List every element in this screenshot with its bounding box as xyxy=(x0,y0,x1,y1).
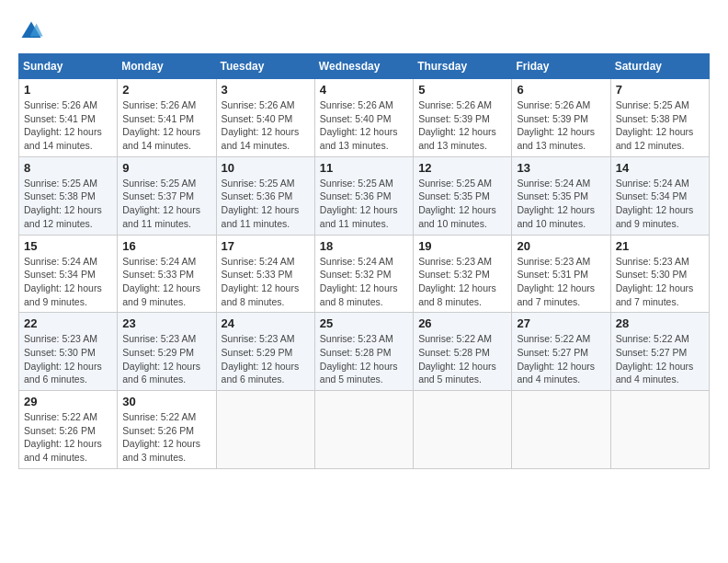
day-info: Sunrise: 5:22 AMSunset: 5:28 PMDaylight:… xyxy=(418,332,506,386)
day-info: Sunrise: 5:22 AMSunset: 5:27 PMDaylight:… xyxy=(517,332,605,386)
day-number: 7 xyxy=(616,83,704,97)
day-info: Sunrise: 5:25 AMSunset: 5:38 PMDaylight:… xyxy=(24,177,112,231)
day-info: Sunrise: 5:24 AMSunset: 5:35 PMDaylight:… xyxy=(517,177,605,231)
day-info: Sunrise: 5:22 AMSunset: 5:27 PMDaylight:… xyxy=(616,332,704,386)
day-info: Sunrise: 5:23 AMSunset: 5:32 PMDaylight:… xyxy=(418,255,506,309)
day-info: Sunrise: 5:23 AMSunset: 5:29 PMDaylight:… xyxy=(122,332,210,386)
day-info: Sunrise: 5:22 AMSunset: 5:26 PMDaylight:… xyxy=(122,410,210,465)
week-row: 15Sunrise: 5:24 AMSunset: 5:34 PMDayligh… xyxy=(19,235,710,313)
calendar-cell: 24Sunrise: 5:23 AMSunset: 5:29 PMDayligh… xyxy=(216,313,314,391)
day-number: 29 xyxy=(24,395,112,408)
day-number: 10 xyxy=(222,161,310,175)
day-number: 6 xyxy=(517,83,605,97)
day-info: Sunrise: 5:26 AMSunset: 5:40 PMDaylight:… xyxy=(222,98,310,153)
calendar-cell: 18Sunrise: 5:24 AMSunset: 5:32 PMDayligh… xyxy=(314,235,413,313)
day-info: Sunrise: 5:26 AMSunset: 5:40 PMDaylight:… xyxy=(320,98,408,153)
calendar-cell: 7Sunrise: 5:25 AMSunset: 5:38 PMDaylight… xyxy=(610,79,709,157)
day-number: 5 xyxy=(418,83,506,97)
day-number: 16 xyxy=(122,239,210,253)
day-info: Sunrise: 5:24 AMSunset: 5:34 PMDaylight:… xyxy=(616,177,704,231)
day-info: Sunrise: 5:23 AMSunset: 5:30 PMDaylight:… xyxy=(616,255,704,309)
calendar-cell: 1Sunrise: 5:26 AMSunset: 5:41 PMDaylight… xyxy=(19,79,118,157)
week-row: 22Sunrise: 5:23 AMSunset: 5:30 PMDayligh… xyxy=(19,313,710,391)
day-info: Sunrise: 5:25 AMSunset: 5:36 PMDaylight:… xyxy=(320,177,408,231)
calendar-cell: 4Sunrise: 5:26 AMSunset: 5:40 PMDaylight… xyxy=(314,79,413,157)
day-number: 8 xyxy=(24,161,112,175)
column-header-tuesday: Tuesday xyxy=(216,54,314,79)
day-info: Sunrise: 5:25 AMSunset: 5:36 PMDaylight:… xyxy=(222,177,310,231)
day-number: 30 xyxy=(122,395,210,408)
calendar-cell: 5Sunrise: 5:26 AMSunset: 5:39 PMDaylight… xyxy=(414,79,512,157)
day-number: 21 xyxy=(616,239,704,253)
calendar-cell: 29Sunrise: 5:22 AMSunset: 5:26 PMDayligh… xyxy=(19,391,118,469)
column-header-monday: Monday xyxy=(118,54,216,79)
calendar-cell: 11Sunrise: 5:25 AMSunset: 5:36 PMDayligh… xyxy=(314,156,413,235)
day-number: 1 xyxy=(24,83,112,97)
day-number: 23 xyxy=(122,316,210,330)
day-number: 24 xyxy=(222,316,310,330)
calendar-cell xyxy=(314,391,413,469)
calendar-cell: 20Sunrise: 5:23 AMSunset: 5:31 PMDayligh… xyxy=(512,235,610,313)
day-number: 13 xyxy=(517,161,605,175)
day-number: 17 xyxy=(222,239,310,253)
day-number: 19 xyxy=(418,239,506,253)
calendar-cell: 14Sunrise: 5:24 AMSunset: 5:34 PMDayligh… xyxy=(610,156,709,235)
day-number: 28 xyxy=(616,316,704,330)
day-info: Sunrise: 5:25 AMSunset: 5:38 PMDaylight:… xyxy=(616,98,704,153)
logo xyxy=(18,18,48,44)
calendar-cell: 28Sunrise: 5:22 AMSunset: 5:27 PMDayligh… xyxy=(610,313,709,391)
day-number: 14 xyxy=(616,161,704,175)
day-number: 22 xyxy=(24,316,112,330)
day-info: Sunrise: 5:24 AMSunset: 5:33 PMDaylight:… xyxy=(122,255,210,309)
day-number: 3 xyxy=(222,83,310,97)
column-header-thursday: Thursday xyxy=(414,54,512,79)
day-info: Sunrise: 5:25 AMSunset: 5:35 PMDaylight:… xyxy=(418,177,506,231)
calendar-cell xyxy=(414,391,512,469)
calendar-cell: 2Sunrise: 5:26 AMSunset: 5:41 PMDaylight… xyxy=(118,79,216,157)
day-number: 26 xyxy=(418,316,506,330)
column-header-saturday: Saturday xyxy=(610,54,709,79)
day-number: 27 xyxy=(517,316,605,330)
logo-icon xyxy=(18,18,44,44)
day-number: 4 xyxy=(320,83,408,97)
calendar-cell: 17Sunrise: 5:24 AMSunset: 5:33 PMDayligh… xyxy=(216,235,314,313)
day-number: 9 xyxy=(122,161,210,175)
day-info: Sunrise: 5:24 AMSunset: 5:33 PMDaylight:… xyxy=(222,255,310,309)
day-number: 15 xyxy=(24,239,112,253)
calendar-cell: 23Sunrise: 5:23 AMSunset: 5:29 PMDayligh… xyxy=(118,313,216,391)
day-number: 11 xyxy=(320,161,408,175)
calendar-cell: 22Sunrise: 5:23 AMSunset: 5:30 PMDayligh… xyxy=(19,313,118,391)
column-header-wednesday: Wednesday xyxy=(314,54,413,79)
day-info: Sunrise: 5:26 AMSunset: 5:41 PMDaylight:… xyxy=(24,98,112,153)
calendar-cell: 6Sunrise: 5:26 AMSunset: 5:39 PMDaylight… xyxy=(512,79,610,157)
week-row: 29Sunrise: 5:22 AMSunset: 5:26 PMDayligh… xyxy=(19,391,710,469)
calendar-cell: 16Sunrise: 5:24 AMSunset: 5:33 PMDayligh… xyxy=(118,235,216,313)
day-info: Sunrise: 5:26 AMSunset: 5:41 PMDaylight:… xyxy=(122,98,210,153)
calendar-cell xyxy=(216,391,314,469)
week-row: 1Sunrise: 5:26 AMSunset: 5:41 PMDaylight… xyxy=(19,79,710,157)
day-info: Sunrise: 5:25 AMSunset: 5:37 PMDaylight:… xyxy=(122,177,210,231)
day-number: 20 xyxy=(517,239,605,253)
day-info: Sunrise: 5:23 AMSunset: 5:28 PMDaylight:… xyxy=(320,332,408,386)
calendar-cell: 8Sunrise: 5:25 AMSunset: 5:38 PMDaylight… xyxy=(19,156,118,235)
calendar-cell xyxy=(610,391,709,469)
calendar-cell: 26Sunrise: 5:22 AMSunset: 5:28 PMDayligh… xyxy=(414,313,512,391)
day-info: Sunrise: 5:26 AMSunset: 5:39 PMDaylight:… xyxy=(418,98,506,153)
calendar-cell: 3Sunrise: 5:26 AMSunset: 5:40 PMDaylight… xyxy=(216,79,314,157)
column-header-sunday: Sunday xyxy=(19,54,118,79)
calendar-cell xyxy=(512,391,610,469)
day-info: Sunrise: 5:26 AMSunset: 5:39 PMDaylight:… xyxy=(517,98,605,153)
day-info: Sunrise: 5:24 AMSunset: 5:32 PMDaylight:… xyxy=(320,255,408,309)
calendar-cell: 21Sunrise: 5:23 AMSunset: 5:30 PMDayligh… xyxy=(610,235,709,313)
calendar-cell: 13Sunrise: 5:24 AMSunset: 5:35 PMDayligh… xyxy=(512,156,610,235)
day-number: 2 xyxy=(122,83,210,97)
day-info: Sunrise: 5:23 AMSunset: 5:31 PMDaylight:… xyxy=(517,255,605,309)
calendar-table: SundayMondayTuesdayWednesdayThursdayFrid… xyxy=(18,53,710,469)
calendar-cell: 9Sunrise: 5:25 AMSunset: 5:37 PMDaylight… xyxy=(118,156,216,235)
day-number: 12 xyxy=(418,161,506,175)
calendar-cell: 30Sunrise: 5:22 AMSunset: 5:26 PMDayligh… xyxy=(118,391,216,469)
calendar-cell: 25Sunrise: 5:23 AMSunset: 5:28 PMDayligh… xyxy=(314,313,413,391)
calendar-cell: 15Sunrise: 5:24 AMSunset: 5:34 PMDayligh… xyxy=(19,235,118,313)
day-info: Sunrise: 5:22 AMSunset: 5:26 PMDaylight:… xyxy=(24,410,112,465)
day-info: Sunrise: 5:23 AMSunset: 5:29 PMDaylight:… xyxy=(222,332,310,386)
